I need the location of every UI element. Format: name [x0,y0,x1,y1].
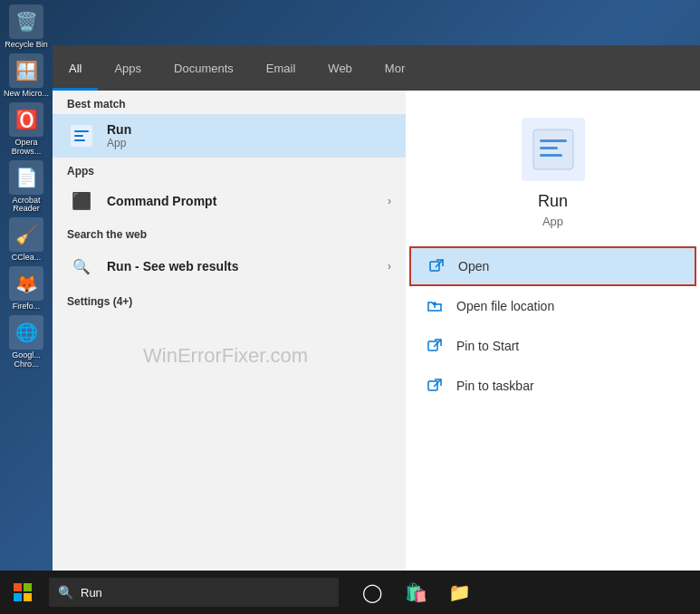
desktop-icon-opera[interactable]: 🅾️ Opera Brows... [4,102,49,157]
taskbar-search-icon: 🔍 [58,585,73,600]
watermark-text: WinErrorFixer.com [143,344,308,368]
taskbar-icons: ◯ 🛍️ 📁 [351,571,480,614]
svg-rect-1 [74,130,89,132]
taskbar: 🔍 ◯ 🛍️ 📁 [0,571,700,614]
preview-app-name: Run [538,192,568,211]
run-app-name: Run [107,122,131,137]
desktop-icon-acrobat[interactable]: 📄 Acrobat Reader [4,160,49,215]
desktop: 🗑️ Recycle Bin 🪟 New Micro... 🅾️ Opera B… [0,0,700,614]
svg-rect-8 [430,262,439,271]
command-prompt-item[interactable]: ⬛ Command Prompt › [53,181,406,221]
svg-rect-9 [428,341,437,350]
search-query-suffix: - See web results [131,259,238,273]
apps-section-header: Apps [53,158,406,181]
tab-email[interactable]: Email [250,45,312,91]
desktop-icon-chrome[interactable]: 🌐 Googl... Chro... [4,315,49,369]
svg-rect-5 [540,139,567,142]
desktop-icon-firefox[interactable]: 🦊 Firefo... [4,266,49,312]
svg-rect-14 [24,593,32,601]
svg-rect-3 [74,139,85,141]
svg-rect-2 [74,135,83,137]
run-app-icon [67,121,96,150]
search-query-text: Run [107,259,131,273]
search-results: Best match Run App Apps [53,91,406,589]
svg-rect-11 [14,583,22,591]
desktop-icon-microsoft[interactable]: 🪟 New Micro... [4,53,49,99]
search-web-header: Search the web [53,221,406,245]
pin-to-start-icon [424,335,446,357]
settings-header: Settings (4+) [53,288,406,312]
command-prompt-name: Command Prompt [107,194,216,208]
start-menu: All Apps Documents Email Web More ▾ Feed… [53,45,406,589]
desktop-icons-panel: 🗑️ Recycle Bin 🪟 New Micro... 🅾️ Opera B… [0,0,53,571]
right-panel: Run App Open [406,45,700,589]
run-preview-icon [522,118,585,181]
taskbar-cortana-icon[interactable]: ◯ [351,571,393,614]
desktop-icon-recycle-bin[interactable]: 🗑️ Recycle Bin [4,5,49,50]
tab-web[interactable]: Web [312,45,369,91]
open-file-location-icon [424,295,446,317]
best-match-run[interactable]: Run App [53,114,406,158]
search-icon: 🔍 [67,252,96,281]
taskbar-search-box[interactable]: 🔍 [49,578,339,607]
apps-section: ⬛ Command Prompt › [53,181,406,221]
open-action[interactable]: Open [409,246,696,286]
tab-apps[interactable]: Apps [98,45,158,91]
svg-rect-12 [24,583,32,591]
command-prompt-arrow-icon: › [388,195,391,207]
svg-rect-6 [540,147,558,149]
run-app-type: App [107,137,131,149]
app-preview: Run App [406,91,700,246]
svg-rect-13 [14,593,22,601]
preview-app-type: App [542,215,563,228]
open-file-location-action[interactable]: Open file location [406,286,700,326]
pin-to-taskbar-action[interactable]: Pin to taskbar [406,366,700,406]
desktop-icon-ccleaner[interactable]: 🧹 CClea... [4,217,49,263]
nav-tabs: All Apps Documents Email Web More ▾ Feed… [53,45,406,91]
context-actions: Open Open file location [406,246,700,406]
search-input[interactable] [81,586,330,600]
taskbar-store-icon[interactable]: 🛍️ [395,571,436,614]
taskbar-explorer-icon[interactable]: 📁 [438,571,480,614]
start-button[interactable] [0,571,45,614]
open-icon [426,255,447,277]
command-prompt-icon: ⬛ [67,187,96,216]
tab-all[interactable]: All [53,45,98,91]
svg-rect-7 [540,154,562,157]
search-web-run[interactable]: 🔍 Run - See web results › [53,245,406,288]
pin-to-taskbar-icon [424,375,446,397]
best-match-header: Best match [53,91,406,114]
search-web-arrow-icon: › [388,260,391,273]
svg-rect-10 [428,381,437,390]
pin-to-start-action[interactable]: Pin to Start [406,326,700,366]
tab-documents[interactable]: Documents [158,45,250,91]
right-nav-tabs [406,45,700,91]
